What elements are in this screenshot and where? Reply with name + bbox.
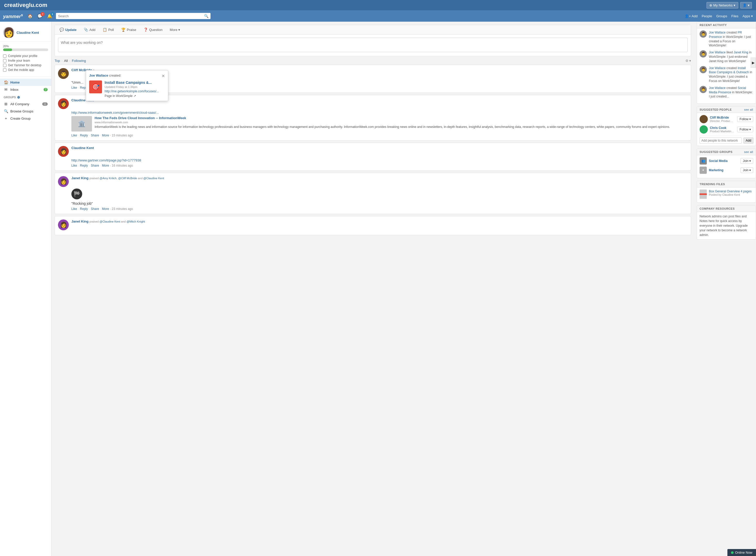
post-author-name[interactable]: Janet King: [71, 176, 88, 180]
search-input[interactable]: [58, 14, 204, 18]
main-content: 💬 Update 📎 Add 📋 Poll 🏆 Praise ❓ Q: [51, 22, 694, 556]
popup-page-link[interactable]: Page in WorkSimple ↗: [105, 94, 165, 98]
trending-files-header: TRENDING FILES: [697, 181, 756, 187]
tab-praise[interactable]: 🏆 Praise: [120, 27, 138, 33]
feed-settings[interactable]: ⚙ ▾: [685, 59, 691, 63]
file-title[interactable]: Box General Overview 4 pages: [709, 189, 752, 193]
popup-title[interactable]: Install Base Campaigns &...: [105, 80, 165, 84]
suggested-person-role: Director, Produc…: [710, 119, 735, 123]
people-nav-item[interactable]: People: [702, 14, 712, 18]
like-action[interactable]: Like: [71, 134, 77, 137]
activity-actor-link[interactable]: Joe Wallace: [709, 66, 726, 70]
profile-name[interactable]: Claudine Kent: [16, 31, 39, 35]
browse-groups-icon: 🔍: [4, 109, 8, 113]
all-company-label: All Company: [10, 102, 29, 106]
tab-update[interactable]: 💬 Update: [58, 27, 78, 33]
follow-chris-button[interactable]: Follow ▾: [737, 127, 753, 132]
activity-text: Joe Wallace created Social Media Presenc…: [709, 86, 753, 99]
add-people-button[interactable]: Add: [743, 137, 753, 144]
reply-action[interactable]: Reply: [80, 164, 88, 167]
files-nav-item[interactable]: Files: [731, 14, 738, 18]
suggested-groups-see-all[interactable]: see all: [744, 150, 753, 153]
sidebar-item-inbox[interactable]: ✉ Inbox 7: [0, 86, 51, 93]
more-action[interactable]: More: [102, 134, 109, 137]
notifications-nav-icon[interactable]: 🔔 1: [46, 13, 53, 20]
reply-action[interactable]: Reply: [80, 207, 88, 211]
popup-url[interactable]: http://me.getworksimple.com/focuses/...: [105, 90, 165, 93]
suggested-people-see-all[interactable]: see all: [744, 108, 753, 111]
add-group-icon[interactable]: ⊕: [17, 95, 20, 99]
post-author-name[interactable]: Claudine Kent: [71, 146, 94, 150]
feed-tab-following[interactable]: Following: [72, 59, 86, 63]
checklist-item: Get the mobile app: [3, 68, 48, 72]
article-title[interactable]: How The Feds Drive Cloud Innovation -- I…: [95, 116, 688, 120]
sidebar-item-create-group[interactable]: + Create Group: [0, 115, 51, 122]
checklist-checkbox-1[interactable]: [3, 55, 6, 58]
online-now-label: Online Now: [735, 551, 752, 554]
activity-actor-link[interactable]: Joe Wallace: [709, 31, 726, 34]
more-action[interactable]: More: [102, 164, 109, 167]
post-header: 👩 Claudine Kent: [58, 146, 688, 157]
suggested-groups-panel: SUGGESTED GROUPS see all 👥 Social Media …: [697, 148, 756, 178]
groups-nav-item[interactable]: Groups: [716, 14, 727, 18]
notifications-badge: 1: [50, 12, 54, 16]
activity-actor-link[interactable]: Joe Wallace: [709, 50, 726, 54]
like-action[interactable]: Like: [71, 207, 77, 211]
share-action[interactable]: Share: [91, 207, 99, 211]
messages-nav-icon[interactable]: 💬 7: [36, 13, 43, 20]
suggested-person-avatar: [700, 125, 708, 134]
add-people-input[interactable]: [700, 137, 742, 144]
join-marketing-button[interactable]: Join ▾: [741, 167, 753, 173]
like-action[interactable]: Like: [71, 164, 77, 167]
post-actions: Like · Reply · Share · More · 15 minutes…: [58, 134, 688, 137]
popup-close-button[interactable]: ✕: [161, 73, 165, 78]
share-action[interactable]: Share: [91, 164, 99, 167]
checklist-checkbox-4[interactable]: [3, 68, 6, 72]
tab-poll[interactable]: 📋 Poll: [101, 27, 115, 33]
popup-creator-name[interactable]: Joe Wallace: [89, 73, 108, 77]
tab-add[interactable]: 📎 Add: [82, 27, 97, 33]
sidebar-item-browse-groups[interactable]: 🔍 Browse Groups: [0, 108, 51, 115]
suggested-person-name[interactable]: Cliff McBride: [710, 116, 735, 119]
post-author-name[interactable]: Janet King: [71, 219, 88, 223]
group-name[interactable]: Marketing: [709, 168, 739, 172]
sidebar-inbox-label: Inbox: [10, 88, 18, 92]
user-menu-button[interactable]: 👤 ▾: [740, 2, 752, 8]
online-now-button[interactable]: Online Now: [727, 549, 756, 556]
post-tab-bar: 💬 Update 📎 Add 📋 Poll 🏆 Praise ❓ Q: [55, 25, 691, 35]
nav-right: 👤+ Add People Groups Files Apps ▾: [685, 14, 753, 18]
apps-nav-item[interactable]: Apps ▾: [743, 14, 753, 18]
post-author-avatar: 👩: [58, 219, 69, 230]
suggested-person-name[interactable]: Chris Cook: [710, 126, 735, 130]
checklist-checkbox-3[interactable]: [3, 64, 6, 67]
networks-dropdown-icon: ▾: [733, 3, 735, 7]
feed-tab-all[interactable]: All: [64, 59, 68, 63]
popup-content: 🎯 Install Base Campaigns &... Updated Fr…: [89, 80, 165, 98]
post-article-link[interactable]: http://www.informationweek.com/governmen…: [71, 111, 159, 114]
follow-cliff-button[interactable]: Follow ▾: [737, 116, 753, 122]
tab-question[interactable]: ❓ Question: [142, 27, 164, 33]
sidebar-item-home[interactable]: 🏠 Home: [0, 79, 51, 86]
more-action[interactable]: More: [102, 207, 109, 211]
reply-action[interactable]: Reply: [80, 134, 88, 137]
add-nav-item[interactable]: 👤+ Add: [685, 14, 697, 18]
activity-target-link[interactable]: Janet King: [733, 50, 748, 54]
group-name[interactable]: Social Media: [709, 159, 739, 163]
panel-scroll-button[interactable]: ▶: [751, 58, 756, 68]
sidebar-item-all-company[interactable]: ⊞ All Company 11: [0, 100, 51, 108]
tab-question-label: Question: [149, 28, 162, 32]
my-networks-button[interactable]: ⊕ My Networks ▾: [707, 2, 738, 8]
tab-more[interactable]: More ▾: [168, 27, 182, 33]
home-nav-icon[interactable]: 🏠: [27, 13, 34, 20]
post-link[interactable]: http://www.gartner.com/it/page.jsp?id=17…: [71, 158, 141, 162]
inbox-badge: 7: [43, 88, 48, 91]
checklist-checkbox-2[interactable]: [3, 59, 6, 62]
praise-emoji-icon: 🏁: [71, 188, 82, 199]
like-action[interactable]: Like: [71, 86, 77, 90]
share-action[interactable]: Share: [91, 134, 99, 137]
feed-tab-top[interactable]: Top: [54, 59, 60, 63]
post-input[interactable]: [58, 38, 688, 52]
activity-actor-link[interactable]: Joe Wallace: [709, 86, 726, 90]
join-social-media-button[interactable]: Join ▾: [741, 158, 753, 164]
popup-creator-text: Joe Wallace created:: [89, 73, 121, 77]
